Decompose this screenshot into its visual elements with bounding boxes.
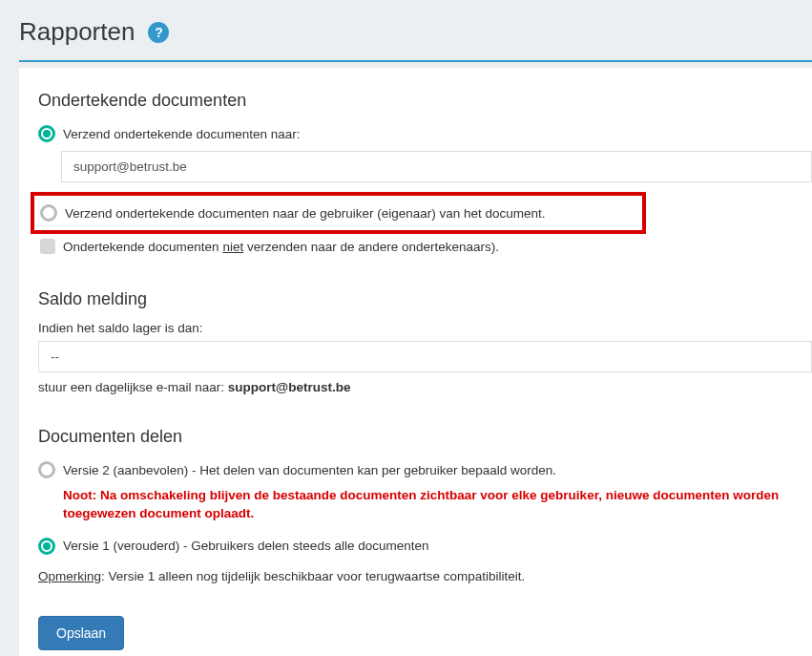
radio-send-to-email-label: Verzend ondertekende documenten naar: bbox=[63, 127, 300, 141]
sharing-heading: Documenten delen bbox=[38, 427, 812, 447]
radio-version-1-label: Versie 1 (verouderd) - Gebruikers delen … bbox=[63, 539, 428, 553]
radio-send-to-email[interactable] bbox=[38, 125, 55, 142]
radio-send-to-owner[interactable] bbox=[40, 204, 57, 222]
balance-hint: stuur een dagelijkse e-mail naar: suppor… bbox=[38, 380, 812, 394]
balance-threshold-select[interactable]: -- bbox=[38, 341, 812, 372]
radio-send-to-owner-label: Verzend ondertekende documenten naar de … bbox=[65, 206, 546, 221]
signed-documents-section: Ondertekende documenten Verzend ondertek… bbox=[38, 91, 812, 257]
sharing-section: Documenten delen Versie 2 (aanbevolen) -… bbox=[38, 427, 812, 583]
radio-version-2[interactable] bbox=[38, 461, 55, 478]
balance-threshold-label: Indien het saldo lager is dan: bbox=[38, 321, 812, 335]
help-icon[interactable]: ? bbox=[148, 22, 169, 43]
checkbox-dont-send-others-label: Ondertekende documenten niet verzenden n… bbox=[63, 240, 499, 254]
signed-docs-email-input[interactable] bbox=[61, 151, 812, 182]
page-title: Rapporten bbox=[19, 17, 135, 47]
radio-version-1[interactable] bbox=[38, 538, 55, 555]
signed-documents-heading: Ondertekende documenten bbox=[38, 91, 812, 111]
radio-version-2-label: Versie 2 (aanbevolen) - Het delen van do… bbox=[63, 463, 556, 477]
title-divider bbox=[19, 60, 812, 62]
highlighted-option: Verzend ondertekende documenten naar de … bbox=[31, 192, 646, 234]
balance-section: Saldo melding Indien het saldo lager is … bbox=[38, 289, 812, 394]
sharing-note: Noot: Na omschakeling blijven de bestaan… bbox=[63, 487, 812, 523]
balance-heading: Saldo melding bbox=[38, 289, 812, 309]
checkbox-dont-send-others[interactable] bbox=[40, 239, 55, 254]
sharing-remark: Opmerking: Versie 1 alleen nog tijdelijk… bbox=[38, 569, 812, 583]
save-button[interactable]: Opslaan bbox=[38, 616, 124, 650]
